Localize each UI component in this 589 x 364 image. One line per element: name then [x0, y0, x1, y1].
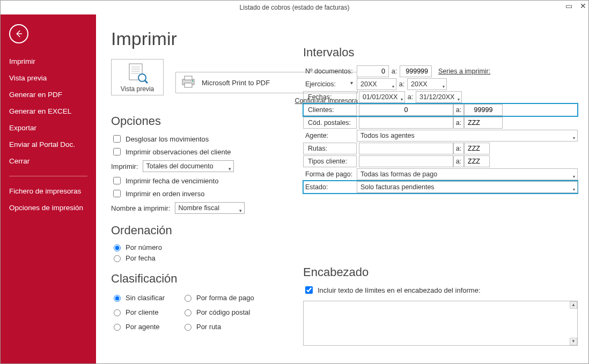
- chevron-down-icon: ▾: [392, 81, 394, 92]
- arrow-left-icon: [14, 29, 24, 39]
- ejercicios-from-select[interactable]: 20XX▾: [357, 78, 396, 90]
- observaciones-checkbox[interactable]: [113, 148, 121, 155]
- chevron-down-icon: ▾: [573, 133, 575, 144]
- sin-clasificar-radio[interactable]: [114, 295, 121, 302]
- vista-previa-button[interactable]: Vista previa: [111, 59, 164, 95]
- agente-value: Todos los agentes: [360, 132, 415, 139]
- ndoc-from-input[interactable]: [357, 65, 389, 77]
- por-agente-radio[interactable]: [114, 324, 121, 331]
- series-imprimir-link[interactable]: Series a imprimir:: [438, 68, 490, 75]
- fechas-label-button[interactable]: Fechas:: [303, 91, 357, 103]
- window-maximize-icon[interactable]: ▭: [565, 2, 572, 10]
- sidebar-item-generar-pdf[interactable]: Generar en PDF: [1, 86, 96, 103]
- back-button[interactable]: [9, 24, 28, 43]
- sidebar-item-opciones-impresion[interactable]: Opciones de impresión: [1, 199, 96, 216]
- sidebar-item-enviar-portal[interactable]: Enviar al Portal Doc.: [1, 136, 96, 153]
- tipos-cliente-to-input[interactable]: [464, 155, 490, 167]
- chevron-down-icon: ▾: [239, 205, 242, 216]
- scroll-up-icon[interactable]: ▲: [570, 301, 577, 309]
- window-title: Listado de cobros (estado de facturas): [240, 4, 350, 11]
- por-codigo-postal-radio[interactable]: [185, 309, 192, 316]
- scroll-down-icon[interactable]: ▼: [570, 338, 577, 345]
- a-label-button[interactable]: a:: [453, 155, 464, 167]
- rutas-label-button[interactable]: Rutas:: [303, 143, 357, 154]
- clientes-to-input[interactable]: [464, 104, 503, 116]
- window-close-icon[interactable]: ✕: [580, 2, 586, 10]
- por-fecha-radio[interactable]: [114, 255, 121, 262]
- fecha-vencimiento-checkbox[interactable]: [113, 177, 121, 184]
- rutas-from-input[interactable]: [359, 143, 453, 154]
- fechas-to-select[interactable]: 31/12/20XX▾: [416, 91, 462, 103]
- cod-postales-label-button[interactable]: Cód. postales:: [303, 117, 357, 129]
- sidebar-item-vista-previa[interactable]: Vista previa: [1, 70, 96, 86]
- a-label-button[interactable]: a:: [453, 143, 464, 154]
- orden-inverso-checkbox[interactable]: [113, 190, 121, 197]
- fechas-to-value: 31/12/20XX: [419, 93, 454, 101]
- printer-icon: [180, 75, 196, 91]
- por-cliente-label: Por cliente: [126, 308, 158, 316]
- cod-postales-from-input[interactable]: [359, 117, 453, 129]
- por-codigo-postal-label: Por código postal: [196, 308, 250, 316]
- por-cliente-radio[interactable]: [114, 309, 121, 316]
- sidebar-item-generar-excel[interactable]: Generar en EXCEL: [1, 103, 96, 120]
- svg-rect-8: [185, 76, 192, 80]
- a-label: a:: [389, 68, 400, 75]
- clientes-label-button[interactable]: Clientes:: [303, 104, 357, 116]
- agente-select[interactable]: Todos los agentes▾: [357, 130, 578, 142]
- clientes-from-input[interactable]: [359, 104, 453, 116]
- svg-point-5: [138, 74, 146, 81]
- ndoc-label: Nº documentos:: [303, 68, 357, 75]
- ndoc-to-input[interactable]: [400, 65, 432, 77]
- por-forma-pago-radio[interactable]: [185, 295, 192, 302]
- svg-line-6: [145, 80, 148, 83]
- ejercicios-to-value: 20XX: [411, 80, 428, 88]
- por-fecha-label: Por fecha: [126, 254, 156, 262]
- observaciones-label: Imprimir observaciones del cliente: [126, 148, 231, 156]
- por-numero-label: Por número: [126, 243, 162, 251]
- rutas-to-input[interactable]: [464, 143, 490, 154]
- a-label-button[interactable]: a:: [453, 117, 464, 129]
- a-label-button[interactable]: a:: [453, 104, 464, 116]
- orden-inverso-label: Imprimir en orden inverso: [126, 190, 204, 198]
- tipos-cliente-label-button[interactable]: Tipos cliente:: [303, 155, 357, 167]
- ejercicios-to-select[interactable]: 20XX▾: [407, 78, 447, 90]
- por-agente-label: Por agente: [126, 323, 160, 331]
- imprimir-select[interactable]: Totales del documento▾: [143, 160, 234, 172]
- estado-select[interactable]: Solo facturas pendientes▾: [357, 181, 578, 193]
- nombre-imprimir-label: Nombre a imprimir:: [111, 204, 171, 212]
- vista-previa-label: Vista previa: [117, 85, 158, 93]
- fechas-from-select[interactable]: 01/01/20XX▾: [359, 91, 405, 103]
- ejercicios-label: Ejercicios:: [303, 80, 357, 88]
- a-label: a:: [405, 93, 416, 101]
- chevron-down-icon: ▾: [229, 164, 231, 174]
- forma-pago-select[interactable]: Todas las formas de pago▾: [357, 168, 578, 180]
- nombre-imprimir-value: Nombre fiscal: [179, 204, 219, 212]
- fecha-vencimiento-label: Imprimir fecha de vencimiento: [126, 177, 218, 185]
- estado-value: Solo facturas pendientes: [360, 183, 435, 191]
- sidebar-item-imprimir[interactable]: Imprimir: [1, 53, 96, 70]
- nombre-imprimir-select[interactable]: Nombre fiscal▾: [175, 202, 245, 214]
- svg-rect-9: [185, 83, 192, 87]
- intervalos-heading: Intervalos: [303, 46, 578, 60]
- sidebar-item-fichero-impresoras[interactable]: Fichero de impresoras: [1, 183, 96, 199]
- incluir-texto-checkbox[interactable]: [305, 286, 313, 294]
- chevron-down-icon: ▾: [458, 94, 460, 105]
- imprimir-select-label: Imprimir:: [111, 162, 138, 170]
- encabezado-textarea[interactable]: ▲ ▼: [303, 301, 578, 346]
- ejercicios-from-value: 20XX: [360, 80, 377, 88]
- cod-postales-to-input[interactable]: [464, 117, 503, 129]
- agente-label: Agente:: [303, 132, 357, 139]
- sidebar-separator: [9, 176, 87, 176]
- chevron-down-icon: ▾: [573, 172, 575, 182]
- tipos-cliente-from-input[interactable]: [359, 155, 453, 167]
- document-preview-icon: [125, 63, 150, 84]
- por-numero-radio[interactable]: [114, 244, 121, 251]
- desglosar-checkbox[interactable]: [113, 135, 121, 143]
- por-ruta-radio[interactable]: [185, 324, 192, 331]
- desglosar-label: Desglosar los movimientos: [126, 135, 209, 143]
- sidebar-item-cerrar[interactable]: Cerrar: [1, 153, 96, 169]
- sidebar-item-exportar[interactable]: Exportar: [1, 120, 96, 136]
- chevron-down-icon: ▾: [443, 81, 445, 92]
- por-forma-pago-label: Por forma de pago: [196, 294, 254, 302]
- incluir-texto-label: Incluir texto de límites en el encabezad…: [318, 286, 481, 294]
